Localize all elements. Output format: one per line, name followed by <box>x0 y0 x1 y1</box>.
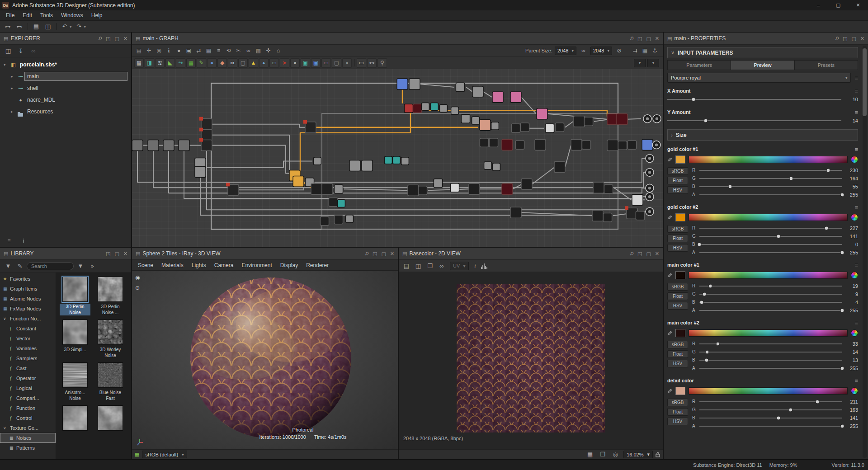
library-category-atomic-nodes[interactable]: ▦Atomic Nodes <box>0 294 56 304</box>
hue-gradient-bar[interactable] <box>689 156 848 163</box>
channel-slider[interactable] <box>699 249 842 256</box>
mode-button-srgb[interactable]: sRGB <box>667 283 688 291</box>
color-swatch[interactable] <box>675 213 685 221</box>
menu-tools[interactable]: Tools <box>36 12 57 19</box>
eyedropper-icon[interactable]: ✎ <box>667 214 672 221</box>
channel-slider[interactable] <box>699 175 842 182</box>
library-category-compari[interactable]: ƒCompari... <box>0 393 56 403</box>
slider-knob[interactable] <box>826 168 830 172</box>
mode-button-hsv[interactable]: HSV <box>667 302 688 310</box>
menu-edit[interactable]: Edit <box>19 12 36 19</box>
library-category-cast[interactable]: ƒCast <box>0 363 56 373</box>
center-button[interactable]: ◎ <box>610 450 621 459</box>
size-section[interactable]: › Size <box>667 129 858 141</box>
slider-knob[interactable] <box>776 416 780 420</box>
color-swatch[interactable] <box>675 329 685 337</box>
slider-knob[interactable] <box>705 350 709 354</box>
channel-slider[interactable] <box>699 241 842 248</box>
add-node-button-17[interactable]: ▣ <box>311 58 321 68</box>
library-category-patterns[interactable]: ▩Patterns <box>0 443 56 453</box>
information-icon[interactable]: i <box>472 263 479 269</box>
unlink-nodes-button[interactable]: ⊷ <box>14 22 25 31</box>
graph-canvas[interactable] <box>132 69 663 247</box>
link-button[interactable]: ∞ <box>436 261 447 270</box>
hamburger-icon[interactable]: ≡ <box>854 109 858 115</box>
color-wheel-icon[interactable] <box>851 329 858 337</box>
slider-knob[interactable] <box>840 424 844 428</box>
max-icon[interactable]: ▢ <box>646 251 651 256</box>
channel-slider[interactable] <box>699 365 842 371</box>
color-swatch[interactable] <box>675 387 685 395</box>
graph-tool-icon-0[interactable]: ▤ <box>134 46 144 56</box>
graph-tool-icon-2[interactable]: ◎ <box>154 46 164 56</box>
close-icon[interactable]: ✕ <box>123 251 127 256</box>
mode-button-hsv[interactable]: HSV <box>667 244 688 252</box>
eyedropper-icon[interactable]: ✎ <box>667 272 672 279</box>
library-category-function[interactable]: ƒFunction <box>0 403 56 413</box>
slider-knob[interactable] <box>776 234 780 238</box>
hamburger-icon[interactable]: ≡ <box>854 204 858 210</box>
library-category-logical[interactable]: ƒLogical <box>0 383 56 393</box>
pin-icon[interactable]: ⚲ <box>97 35 103 41</box>
channel-slider[interactable] <box>699 291 842 297</box>
add-node-button-11[interactable]: ▲ <box>249 58 258 68</box>
slider-knob[interactable] <box>703 292 707 296</box>
menu-3d-camera[interactable]: Camera <box>210 262 238 268</box>
graph-tool-icon-3[interactable]: ℹ <box>164 46 174 56</box>
float-icon[interactable]: ◳ <box>373 251 377 256</box>
menu-3d-renderer[interactable]: Renderer <box>302 262 333 268</box>
hamburger-icon[interactable]: ≡ <box>854 146 858 152</box>
slider-knob[interactable] <box>699 300 703 304</box>
slider-knob[interactable] <box>705 358 709 362</box>
eyedropper-icon[interactable]: ✎ <box>667 388 672 395</box>
save-button[interactable]: ◫ <box>413 261 424 270</box>
add-node-button-16[interactable]: ▣ <box>301 58 310 68</box>
slider-knob[interactable] <box>703 119 708 123</box>
mode-button-hsv[interactable]: HSV <box>667 418 688 425</box>
parent-width-select[interactable]: 2048 ▾ <box>555 47 576 55</box>
add-node-button-4[interactable]: ↪ <box>176 58 185 68</box>
hamburger-icon[interactable]: ≡ <box>854 262 858 268</box>
add-node-button-13[interactable]: ▭ <box>269 58 279 68</box>
max-icon[interactable]: ▢ <box>646 36 651 41</box>
pin-icon[interactable]: ⚲ <box>628 250 634 256</box>
graph-tool-icon-7[interactable]: ▦ <box>204 46 213 56</box>
link-button[interactable]: ∞ <box>28 47 39 56</box>
float-icon[interactable]: ◳ <box>106 251 110 256</box>
add-node-button-19[interactable]: ▢ <box>332 58 341 68</box>
maximize-button[interactable]: ▢ <box>828 0 848 10</box>
slider-knob[interactable] <box>728 184 732 188</box>
max-icon[interactable]: ▢ <box>381 251 386 256</box>
mode-button-float[interactable]: Float <box>667 350 688 358</box>
view2d-canvas[interactable]: 2048 x 2048 (RGBA, 8bpc) <box>399 272 663 449</box>
library-thumbnail-3d-simpl[interactable]: 3D Simpl... <box>60 320 90 358</box>
slider-knob[interactable] <box>840 366 844 370</box>
library-search-input[interactable] <box>27 262 74 270</box>
channel-slider[interactable] <box>699 407 842 413</box>
library-thumbnail-anisotro-noise[interactable]: Anisotro... Noise <box>60 362 90 401</box>
library-category-control[interactable]: ƒControl <box>0 413 56 423</box>
slider-knob[interactable] <box>840 250 844 254</box>
slider-knob[interactable] <box>698 242 702 246</box>
slider-knob[interactable] <box>840 193 844 197</box>
import-button[interactable]: ↧ <box>15 47 26 56</box>
mode-button-hsv[interactable]: HSV <box>667 360 688 367</box>
menu-3d-environment[interactable]: Environment <box>237 262 276 268</box>
add-node-button-3[interactable]: ◣ <box>165 58 175 68</box>
save-button[interactable]: ◫ <box>3 47 14 56</box>
channel-slider[interactable] <box>699 423 842 429</box>
tree-item-main[interactable]: ▸⊶main <box>0 70 131 82</box>
library-thumbnail-3d-perlin-noise[interactable]: 3D Perlin Noise ... <box>95 277 126 315</box>
library-category-favorites[interactable]: ★Favorites <box>0 274 56 284</box>
info-button[interactable]: i <box>18 236 29 245</box>
add-node-button-6[interactable]: ✎ <box>197 58 206 68</box>
library-category-fxmap-nodes[interactable]: ▦FxMap Nodes <box>0 304 56 314</box>
graph-extra-button-0[interactable]: ▭ <box>357 58 366 68</box>
channel-slider[interactable] <box>699 233 842 240</box>
scrollbar-thumb[interactable] <box>863 48 867 116</box>
tab-preview[interactable]: Preview <box>731 61 794 70</box>
tile-button[interactable]: ❐ <box>597 450 608 459</box>
mode-button-srgb[interactable]: sRGB <box>667 399 688 406</box>
graph-view-icon-2[interactable]: ⚓ <box>650 46 660 56</box>
hue-gradient-bar[interactable] <box>689 387 848 395</box>
